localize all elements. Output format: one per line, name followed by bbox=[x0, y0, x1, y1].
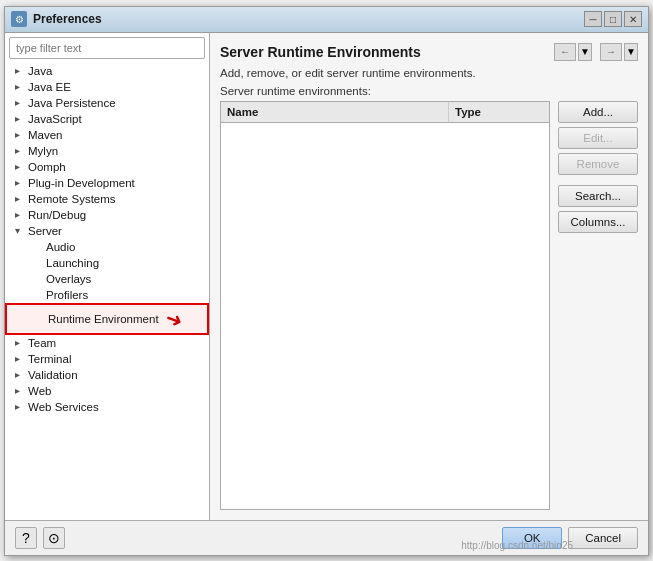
run-debug-expand-icon: ▸ bbox=[15, 209, 25, 220]
annotation-arrow: ➜ bbox=[162, 304, 186, 332]
java-ee-expand-icon: ▸ bbox=[15, 81, 25, 92]
table-col-name[interactable]: Name bbox=[221, 102, 449, 122]
nav-forward-dropdown[interactable]: ▼ bbox=[624, 43, 638, 61]
tree-item-remote-systems[interactable]: ▸Remote Systems bbox=[5, 191, 209, 207]
tree-label-overlays: Overlays bbox=[46, 273, 91, 285]
tree-item-server[interactable]: ▾Server bbox=[5, 223, 209, 239]
tree-item-plugin-dev[interactable]: ▸Plug-in Development bbox=[5, 175, 209, 191]
tree-item-run-debug[interactable]: ▸Run/Debug bbox=[5, 207, 209, 223]
mylyn-expand-icon: ▸ bbox=[15, 145, 25, 156]
tree-container[interactable]: ▸Java▸Java EE▸Java Persistence▸JavaScrip… bbox=[5, 63, 209, 520]
web-services-expand-icon: ▸ bbox=[15, 401, 25, 412]
tree-item-mylyn[interactable]: ▸Mylyn bbox=[5, 143, 209, 159]
minimize-button[interactable]: ─ bbox=[584, 11, 602, 27]
search-button[interactable]: Search... bbox=[558, 185, 638, 207]
oomph-expand-icon: ▸ bbox=[15, 161, 25, 172]
tree-item-java[interactable]: ▸Java bbox=[5, 63, 209, 79]
maven-expand-icon: ▸ bbox=[15, 129, 25, 140]
panel-title: Server Runtime Environments bbox=[220, 44, 421, 60]
tree-label-server: Server bbox=[28, 225, 62, 237]
table-header: Name Type bbox=[221, 102, 549, 123]
tree-label-java: Java bbox=[28, 65, 52, 77]
tree-label-runtime-env: Runtime Environment bbox=[48, 313, 159, 325]
remove-button[interactable]: Remove bbox=[558, 153, 638, 175]
tree-item-terminal[interactable]: ▸Terminal bbox=[5, 351, 209, 367]
tree-label-java-persistence: Java Persistence bbox=[28, 97, 116, 109]
tree-item-web-services[interactable]: ▸Web Services bbox=[5, 399, 209, 415]
tree-item-audio[interactable]: Audio bbox=[5, 239, 209, 255]
tree-item-launching[interactable]: Launching bbox=[5, 255, 209, 271]
tree-label-javascript: JavaScript bbox=[28, 113, 82, 125]
java-persistence-expand-icon: ▸ bbox=[15, 97, 25, 108]
javascript-expand-icon: ▸ bbox=[15, 113, 25, 124]
tree-item-runtime-env[interactable]: Runtime Environment➜ bbox=[5, 303, 209, 335]
tree-label-launching: Launching bbox=[46, 257, 99, 269]
terminal-expand-icon: ▸ bbox=[15, 353, 25, 364]
tree-item-java-persistence[interactable]: ▸Java Persistence bbox=[5, 95, 209, 111]
table-col-type[interactable]: Type bbox=[449, 102, 549, 122]
right-panel: Server Runtime Environments ← ▼ → ▼ Add,… bbox=[210, 33, 648, 520]
tree-label-java-ee: Java EE bbox=[28, 81, 71, 93]
nav-arrows: ← ▼ → ▼ bbox=[554, 43, 638, 61]
maximize-button[interactable]: □ bbox=[604, 11, 622, 27]
columns-button[interactable]: Columns... bbox=[558, 211, 638, 233]
bottom-bar: ? ⊙ http://blog.csdn.net/bin25 OK Cancel bbox=[5, 520, 648, 555]
team-expand-icon: ▸ bbox=[15, 337, 25, 348]
tree-item-maven[interactable]: ▸Maven bbox=[5, 127, 209, 143]
tree-label-run-debug: Run/Debug bbox=[28, 209, 86, 221]
left-panel: ▸Java▸Java EE▸Java Persistence▸JavaScrip… bbox=[5, 33, 210, 520]
add-button[interactable]: Add... bbox=[558, 101, 638, 123]
table-body bbox=[221, 123, 549, 509]
watermark: http://blog.csdn.net/bin25 bbox=[461, 540, 573, 551]
tree-label-web: Web bbox=[28, 385, 51, 397]
tree-label-plugin-dev: Plug-in Development bbox=[28, 177, 135, 189]
panel-subheader: Server runtime environments: bbox=[220, 85, 638, 97]
panel-description: Add, remove, or edit server runtime envi… bbox=[220, 67, 638, 79]
tree-item-javascript[interactable]: ▸JavaScript bbox=[5, 111, 209, 127]
window-icon: ⚙ bbox=[11, 11, 27, 27]
table-and-buttons: Name Type Add... Edit... Remove Search..… bbox=[220, 101, 638, 510]
tree-label-oomph: Oomph bbox=[28, 161, 66, 173]
tree-label-profilers: Profilers bbox=[46, 289, 88, 301]
bottom-left: ? ⊙ bbox=[15, 527, 65, 549]
help-button[interactable]: ? bbox=[15, 527, 37, 549]
window-title: Preferences bbox=[33, 12, 102, 26]
prefs-icon-button[interactable]: ⊙ bbox=[43, 527, 65, 549]
preferences-window: ⚙ Preferences ─ □ ✕ ▸Java▸Java EE▸Java P… bbox=[4, 6, 649, 556]
tree-item-team[interactable]: ▸Team bbox=[5, 335, 209, 351]
tree-item-oomph[interactable]: ▸Oomph bbox=[5, 159, 209, 175]
tree-label-web-services: Web Services bbox=[28, 401, 99, 413]
tree-label-audio: Audio bbox=[46, 241, 75, 253]
runtime-table: Name Type bbox=[220, 101, 550, 510]
remote-systems-expand-icon: ▸ bbox=[15, 193, 25, 204]
java-expand-icon: ▸ bbox=[15, 65, 25, 76]
tree-label-team: Team bbox=[28, 337, 56, 349]
content-area: ▸Java▸Java EE▸Java Persistence▸JavaScrip… bbox=[5, 33, 648, 520]
tree-label-mylyn: Mylyn bbox=[28, 145, 58, 157]
web-expand-icon: ▸ bbox=[15, 385, 25, 396]
tree-label-maven: Maven bbox=[28, 129, 63, 141]
validation-expand-icon: ▸ bbox=[15, 369, 25, 380]
nav-back-dropdown[interactable]: ▼ bbox=[578, 43, 592, 61]
server-expand-icon: ▾ bbox=[15, 225, 25, 236]
cancel-button[interactable]: Cancel bbox=[568, 527, 638, 549]
tree-label-validation: Validation bbox=[28, 369, 78, 381]
tree-item-java-ee[interactable]: ▸Java EE bbox=[5, 79, 209, 95]
titlebar-controls: ─ □ ✕ bbox=[584, 11, 642, 27]
nav-forward-button[interactable]: → bbox=[600, 43, 622, 61]
plugin-dev-expand-icon: ▸ bbox=[15, 177, 25, 188]
titlebar-left: ⚙ Preferences bbox=[11, 11, 102, 27]
tree-label-terminal: Terminal bbox=[28, 353, 71, 365]
tree-item-overlays[interactable]: Overlays bbox=[5, 271, 209, 287]
tree-item-validation[interactable]: ▸Validation bbox=[5, 367, 209, 383]
side-buttons: Add... Edit... Remove Search... Columns.… bbox=[558, 101, 638, 510]
tree-item-profilers[interactable]: Profilers bbox=[5, 287, 209, 303]
close-button[interactable]: ✕ bbox=[624, 11, 642, 27]
nav-back-button[interactable]: ← bbox=[554, 43, 576, 61]
titlebar: ⚙ Preferences ─ □ ✕ bbox=[5, 7, 648, 33]
tree-item-web[interactable]: ▸Web bbox=[5, 383, 209, 399]
edit-button[interactable]: Edit... bbox=[558, 127, 638, 149]
panel-header: Server Runtime Environments ← ▼ → ▼ bbox=[220, 43, 638, 61]
tree-label-remote-systems: Remote Systems bbox=[28, 193, 116, 205]
filter-input[interactable] bbox=[9, 37, 205, 59]
